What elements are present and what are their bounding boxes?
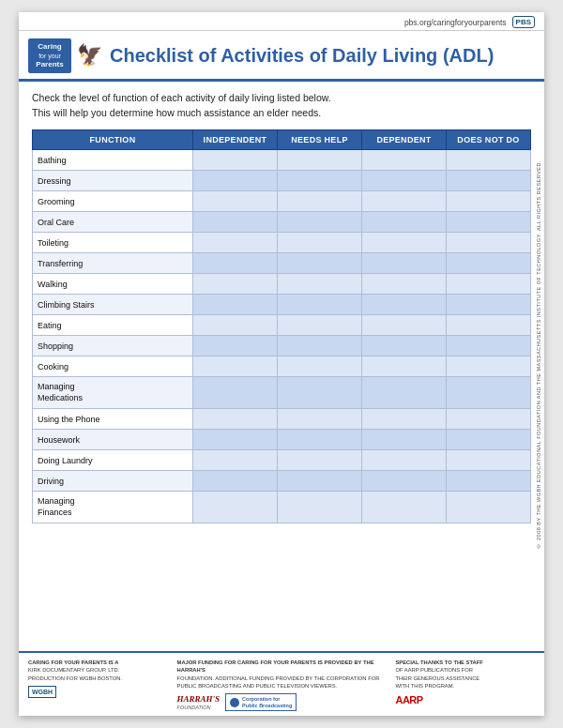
check-cell[interactable] (447, 171, 531, 191)
table-row[interactable]: Using the Phone (33, 409, 531, 430)
check-cell[interactable] (193, 356, 278, 377)
check-cell[interactable] (447, 295, 531, 315)
check-cell[interactable] (362, 274, 447, 295)
table-row[interactable]: Shopping (33, 336, 531, 356)
check-cell[interactable] (362, 315, 447, 336)
table-row[interactable]: Dressing (33, 171, 531, 191)
table-header-row: FUNCTION INDEPENDENT NEEDS HELP DEPENDEN… (33, 130, 531, 150)
check-cell[interactable] (278, 492, 362, 523)
check-cell[interactable] (362, 171, 447, 191)
table-row[interactable]: Cooking (33, 356, 531, 377)
check-cell[interactable] (278, 450, 362, 471)
table-row[interactable]: Grooming (33, 191, 531, 212)
table-row[interactable]: Toileting (33, 233, 531, 253)
table-row[interactable]: Eating (33, 315, 531, 336)
check-cell[interactable] (447, 315, 531, 336)
check-cell[interactable] (447, 274, 531, 295)
row-label: Cooking (33, 356, 193, 377)
copyright-text: © 2008 BY THE WGBH EDUCATIONAL FOUNDATIO… (536, 160, 541, 549)
check-cell[interactable] (278, 336, 362, 356)
check-cell[interactable] (278, 233, 362, 253)
check-cell[interactable] (278, 171, 362, 191)
footer-col1-line1: CARING FOR YOUR PARENTS IS A (28, 659, 168, 666)
check-cell[interactable] (278, 212, 362, 233)
table-row[interactable]: Bathing (33, 150, 531, 171)
footer-col1-line2: KIRK DOCUMENTARY GROUP, LTD. (28, 666, 168, 674)
check-cell[interactable] (193, 295, 278, 315)
check-cell[interactable] (193, 471, 278, 492)
table-row[interactable]: Doing Laundry (33, 450, 531, 471)
check-cell[interactable] (447, 253, 531, 274)
check-cell[interactable] (447, 450, 531, 471)
check-cell[interactable] (193, 409, 278, 430)
row-label: ManagingMedications (33, 377, 193, 409)
pbs-logo: PBS (512, 16, 535, 28)
check-cell[interactable] (362, 253, 447, 274)
check-cell[interactable] (362, 212, 447, 233)
check-cell[interactable] (278, 430, 362, 450)
check-cell[interactable] (362, 409, 447, 430)
table-row[interactable]: Transferring (33, 253, 531, 274)
check-cell[interactable] (447, 409, 531, 430)
check-cell[interactable] (362, 430, 447, 450)
check-cell[interactable] (447, 336, 531, 356)
check-cell[interactable] (447, 356, 531, 377)
check-cell[interactable] (362, 471, 447, 492)
check-cell[interactable] (193, 315, 278, 336)
check-cell[interactable] (193, 430, 278, 450)
check-cell[interactable] (447, 191, 531, 212)
check-cell[interactable] (278, 315, 362, 336)
check-cell[interactable] (278, 253, 362, 274)
check-cell[interactable] (193, 253, 278, 274)
table-row[interactable]: Oral Care (33, 212, 531, 233)
check-cell[interactable] (193, 336, 278, 356)
check-cell[interactable] (278, 150, 362, 171)
check-cell[interactable] (362, 356, 447, 377)
check-cell[interactable] (362, 336, 447, 356)
row-label: Using the Phone (33, 409, 193, 430)
check-cell[interactable] (447, 471, 531, 492)
check-cell[interactable] (278, 295, 362, 315)
check-cell[interactable] (447, 377, 531, 409)
check-cell[interactable] (193, 450, 278, 471)
check-cell[interactable] (278, 274, 362, 295)
check-cell[interactable] (278, 409, 362, 430)
check-cell[interactable] (362, 492, 447, 523)
table-row[interactable]: Housework (33, 430, 531, 450)
table-row[interactable]: Climbing Stairs (33, 295, 531, 315)
check-cell[interactable] (362, 191, 447, 212)
check-cell[interactable] (362, 233, 447, 253)
check-cell[interactable] (447, 430, 531, 450)
check-cell[interactable] (278, 377, 362, 409)
intro-text: Check the level of function of each acti… (32, 91, 531, 121)
footer-col2-line1: MAJOR FUNDING FOR CARING FOR YOUR PARENT… (177, 659, 387, 674)
bird-icon: 🦅 (77, 45, 102, 66)
adl-table-container: FUNCTION INDEPENDENT NEEDS HELP DEPENDEN… (32, 129, 531, 645)
check-cell[interactable] (362, 377, 447, 409)
check-cell[interactable] (278, 191, 362, 212)
check-cell[interactable] (447, 150, 531, 171)
check-cell[interactable] (193, 274, 278, 295)
table-row[interactable]: ManagingFinances (33, 492, 531, 523)
table-row[interactable]: Driving (33, 471, 531, 492)
page-title: Checklist of Activities of Daily Living … (110, 45, 494, 67)
check-cell[interactable] (447, 233, 531, 253)
check-cell[interactable] (447, 492, 531, 523)
check-cell[interactable] (193, 191, 278, 212)
check-cell[interactable] (193, 171, 278, 191)
content-area: Check the level of function of each acti… (19, 82, 544, 652)
cpb-text: Corporation for Public Broadcasting (242, 696, 292, 708)
check-cell[interactable] (278, 471, 362, 492)
check-cell[interactable] (447, 212, 531, 233)
check-cell[interactable] (193, 212, 278, 233)
check-cell[interactable] (193, 233, 278, 253)
check-cell[interactable] (193, 377, 278, 409)
check-cell[interactable] (193, 492, 278, 523)
table-row[interactable]: ManagingMedications (33, 377, 531, 409)
check-cell[interactable] (362, 450, 447, 471)
check-cell[interactable] (362, 295, 447, 315)
check-cell[interactable] (278, 356, 362, 377)
table-row[interactable]: Walking (33, 274, 531, 295)
check-cell[interactable] (193, 150, 278, 171)
check-cell[interactable] (362, 150, 447, 171)
